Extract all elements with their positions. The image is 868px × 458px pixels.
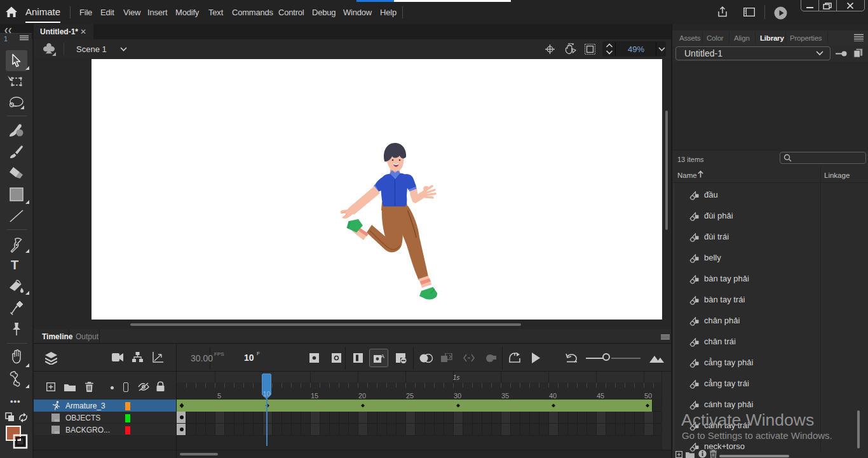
svg-text:15: 15: [311, 392, 318, 400]
svg-text:40: 40: [549, 392, 557, 400]
svg-text:5: 5: [217, 392, 221, 400]
svg-text:30: 30: [454, 392, 461, 400]
svg-text:45: 45: [597, 392, 604, 400]
svg-text:20: 20: [358, 392, 366, 400]
svg-text:10: 10: [262, 390, 270, 398]
svg-text:35: 35: [501, 392, 509, 400]
svg-text:1s: 1s: [453, 374, 460, 381]
svg-text:A: A: [381, 353, 384, 360]
svg-text:25: 25: [406, 392, 414, 400]
svg-text:50: 50: [644, 392, 652, 400]
